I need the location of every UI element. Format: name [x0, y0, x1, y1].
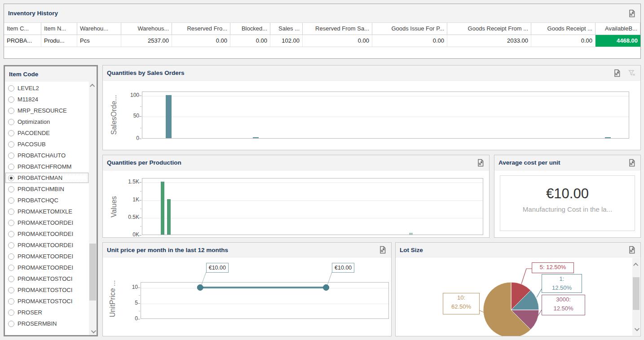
tick-mark [138, 288, 140, 288]
column-header[interactable]: Warehou... [77, 23, 121, 35]
radio-icon[interactable] [8, 253, 14, 260]
chevron-down-icon [91, 328, 96, 333]
scroll-up-button[interactable] [89, 82, 97, 89]
table-cell[interactable]: 0.00 [531, 35, 595, 47]
radio-icon[interactable] [8, 287, 14, 293]
export-icon[interactable] [613, 69, 622, 78]
item-code-option[interactable]: PROMAKETOORDEI [5, 262, 89, 273]
column-header[interactable]: AvailableB... [595, 23, 640, 35]
radio-icon[interactable] [8, 197, 14, 204]
unit-price-plot [141, 282, 389, 319]
table-cell[interactable]: 0.00 [372, 35, 447, 47]
item-code-option[interactable]: M11824 [5, 94, 89, 105]
scroll-down-button[interactable] [89, 327, 97, 335]
item-code-option[interactable]: PROBATCHFROMM [5, 161, 89, 172]
radio-icon[interactable] [8, 242, 14, 248]
scroll-thumb[interactable] [633, 277, 640, 310]
bar[interactable] [253, 137, 259, 138]
export-icon[interactable] [476, 158, 485, 167]
table-cell[interactable]: 102.00 [270, 35, 303, 47]
column-header[interactable]: Goods Issue For P... [372, 23, 447, 35]
column-header[interactable]: Item C... [4, 23, 41, 35]
radio-icon[interactable] [8, 265, 14, 271]
item-code-option[interactable]: PACOSUB [5, 139, 89, 150]
item-code-label: PROMAKETOSTOCI [18, 298, 72, 305]
radio-icon[interactable] [8, 309, 14, 316]
bar[interactable] [161, 182, 164, 235]
item-code-option[interactable]: PROMAKETOSTOCI [5, 284, 89, 296]
radio-icon[interactable] [8, 321, 14, 327]
column-header[interactable]: Goods Receipt From ... [447, 23, 531, 35]
column-header[interactable]: Reserved Fro... [172, 23, 230, 35]
export-icon[interactable] [627, 9, 636, 18]
radio-icon[interactable] [8, 96, 14, 103]
item-list-scrollbar[interactable] [89, 82, 97, 335]
bar[interactable] [166, 95, 172, 138]
table-cell[interactable]: 2537.00 [121, 35, 172, 47]
unit-price-chart-panel: Unit price per month in the last 12 mont… [102, 242, 392, 336]
item-code-option[interactable]: PROMAKETOORDEI [5, 228, 89, 240]
export-icon[interactable] [627, 158, 636, 167]
radio-icon[interactable] [8, 141, 14, 148]
item-code-option[interactable]: MRP_RESOURCE [5, 105, 89, 116]
scroll-up-button[interactable] [632, 261, 640, 268]
item-code-option[interactable]: Optimization [5, 116, 89, 127]
clear-filter-icon[interactable] [627, 69, 636, 78]
radio-icon[interactable] [8, 85, 14, 92]
item-code-option[interactable]: PROSERMBIN [5, 318, 89, 329]
table-cell[interactable]: Produ... [41, 35, 77, 47]
item-code-option[interactable]: PROBATCHMBIN [5, 183, 89, 195]
table-cell[interactable]: 0.00 [230, 35, 270, 47]
table-cell[interactable]: Pcs [77, 35, 121, 47]
table-cell[interactable]: 4468.00 [595, 35, 640, 47]
inventory-table-row[interactable]: PROBA...Produ...Pcs2537.000.000.00102.00… [4, 35, 640, 47]
item-code-option[interactable]: PROMAKETOORDEI [5, 217, 89, 228]
table-cell[interactable]: 0.00 [303, 35, 372, 47]
column-header[interactable]: Goods Receipt ... [531, 23, 595, 35]
bar[interactable] [167, 199, 171, 235]
table-cell[interactable]: 0.00 [172, 35, 230, 47]
item-code-option[interactable]: LEVEL2 [5, 83, 89, 94]
production-plot [142, 178, 483, 235]
bar[interactable] [605, 137, 611, 138]
gridline [142, 218, 483, 218]
radio-icon[interactable] [8, 108, 14, 114]
radio-icon[interactable] [8, 231, 14, 237]
item-code-option[interactable]: PROMAKETOSTOCI [5, 296, 89, 307]
item-code-option[interactable]: PROSER [5, 307, 89, 318]
radio-icon[interactable] [8, 220, 14, 226]
export-icon[interactable] [378, 245, 387, 254]
item-code-option[interactable]: PROBATCHAUTO [5, 150, 89, 161]
radio-icon[interactable] [8, 175, 14, 181]
column-header[interactable]: Warehous... [121, 23, 172, 35]
item-code-option[interactable]: PROBATCHQC [5, 195, 89, 206]
radio-icon[interactable] [8, 130, 14, 136]
lot-size-scrollbar[interactable] [632, 258, 640, 336]
item-code-option[interactable]: PROMAKETOSTOCI [5, 273, 89, 284]
column-header[interactable]: Item N... [41, 23, 77, 35]
tick-mark [139, 218, 141, 218]
column-header[interactable]: Sales ... [270, 23, 303, 35]
item-code-option[interactable]: PROMAKETOMIXLE [5, 206, 89, 217]
item-code-option[interactable]: PACOENDE [5, 127, 89, 139]
radio-icon[interactable] [8, 164, 14, 170]
tick-mark [139, 200, 141, 201]
table-cell[interactable]: 2033.00 [447, 35, 531, 47]
table-cell[interactable]: PROBA... [4, 35, 41, 47]
radio-icon[interactable] [8, 209, 14, 215]
minor-tick [140, 128, 141, 128]
scroll-down-button[interactable] [632, 325, 640, 333]
radio-icon[interactable] [8, 298, 14, 305]
radio-icon[interactable] [8, 276, 14, 282]
bar[interactable] [409, 233, 413, 235]
radio-icon[interactable] [8, 119, 14, 125]
column-header[interactable]: Reserved From Sa... [303, 23, 372, 35]
column-header[interactable]: Blocked... [230, 23, 270, 35]
item-code-option[interactable]: PROMAKETOORDEI [5, 251, 89, 262]
item-code-option[interactable]: PROMAKETOORDEI [5, 240, 89, 251]
radio-icon[interactable] [8, 153, 14, 159]
radio-icon[interactable] [8, 186, 14, 192]
chevron-up-icon [89, 83, 94, 88]
scroll-thumb[interactable] [89, 244, 96, 301]
item-code-option[interactable]: PROBATCHMAN [5, 172, 89, 183]
